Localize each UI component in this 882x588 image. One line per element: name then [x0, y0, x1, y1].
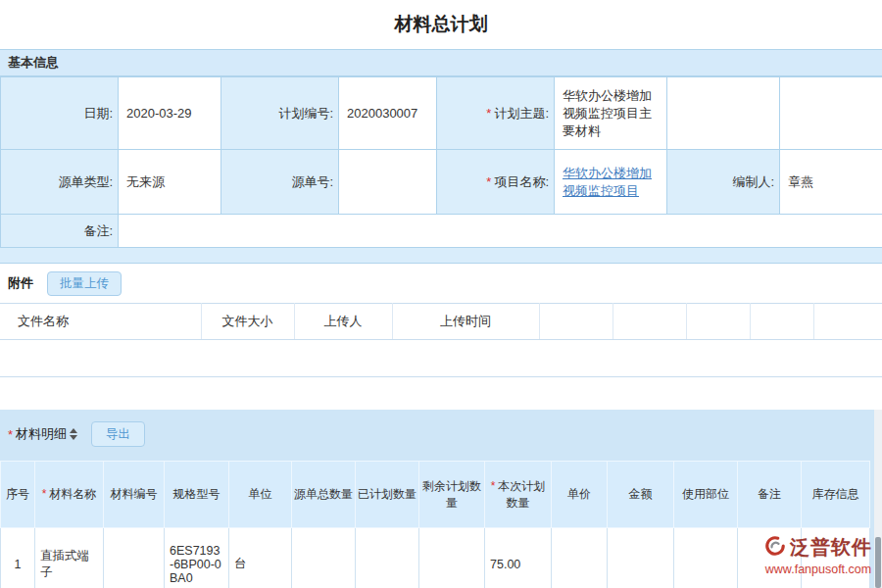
mat-col-header-9: 单价	[552, 462, 608, 528]
mat-row: 1直插式端子6ES7193-6BP00-0BA0台75.00	[1, 528, 870, 588]
file-col-empty	[539, 304, 612, 340]
mat-cell	[356, 528, 419, 588]
empty-cell	[780, 77, 882, 150]
date-value: 2020-03-29	[119, 77, 221, 150]
file-empty-cell	[0, 340, 882, 377]
spacer	[0, 377, 882, 410]
mat-cell	[292, 528, 356, 588]
file-col-name: 文件名称	[0, 304, 201, 340]
required-mark: *	[42, 487, 47, 501]
mat-col-header-8: *本次计划数量	[485, 462, 552, 528]
attachments-table: 文件名称 文件大小 上传人 上传时间	[0, 303, 882, 377]
attachments-title: 附件	[8, 274, 33, 292]
basic-info-table: 日期: 2020-03-29 计划编号: 2020030007 *计划主题: 华…	[0, 76, 882, 248]
required-mark: *	[491, 479, 496, 493]
page: 材料总计划 基本信息 日期: 2020-03-29 计划编号: 20200300…	[0, 0, 882, 588]
mat-cell: 直插式端子	[35, 528, 104, 588]
mat-col-header-4: 单位	[229, 462, 292, 528]
empty-cell	[667, 77, 780, 150]
mat-cell	[552, 528, 608, 588]
preparer-value: 章燕	[780, 150, 882, 215]
file-col-uploader: 上传人	[294, 304, 392, 340]
page-title: 材料总计划	[395, 12, 488, 37]
watermark-url: www.fanpusoft.com	[764, 563, 872, 576]
plan-subject-label-text: 计划主题:	[494, 106, 549, 121]
sort-icon[interactable]	[70, 428, 77, 440]
scrollbar[interactable]	[874, 410, 882, 588]
plan-subject-value: 华软办公楼增加视频监控项目主要材料	[555, 77, 667, 150]
remark-label: 备注:	[1, 215, 119, 248]
export-button[interactable]: 导出	[91, 421, 145, 447]
plan-no-label: 计划编号:	[221, 77, 339, 150]
required-mark: *	[486, 106, 491, 121]
source-no-value	[339, 150, 437, 215]
mat-cell: 1	[1, 528, 35, 588]
source-type-label: 源单类型:	[1, 150, 119, 215]
mat-col-header-3: 规格型号	[165, 462, 229, 528]
required-mark: *	[486, 174, 491, 189]
file-col-empty	[813, 304, 882, 340]
mat-cell	[674, 528, 738, 588]
mat-col-header-11: 使用部位	[674, 462, 738, 528]
material-detail-table: 序号*材料名称材料编号规格型号单位源单总数量已计划数量剩余计划数量*本次计划数量…	[0, 461, 870, 588]
basic-info-section-bar: 基本信息	[0, 49, 882, 76]
plan-no-value: 2020030007	[339, 77, 437, 150]
source-no-label: 源单号:	[221, 150, 339, 215]
mat-col-header-5: 源单总数量	[292, 462, 356, 528]
mat-cell	[608, 528, 674, 588]
date-label: 日期:	[1, 77, 119, 150]
project-name-link[interactable]: 华软办公楼增加视频监控项目	[563, 166, 652, 198]
batch-upload-button[interactable]: 批量上传	[47, 271, 122, 296]
file-empty-row	[0, 340, 882, 377]
mat-col-header-7: 剩余计划数量	[419, 462, 485, 528]
watermark-brand: 泛普软件	[790, 534, 872, 561]
mat-cell	[104, 528, 165, 588]
mat-col-header-13: 库存信息	[802, 462, 870, 528]
scrollbar-thumb[interactable]	[875, 537, 881, 588]
material-detail-section: * 材料明细 导出 序号*材料名称材料编号规格型号单位源单总数量已计划数量剩余计…	[0, 410, 882, 588]
mat-col-header-10: 金额	[608, 462, 674, 528]
mat-col-header-6: 已计划数量	[356, 462, 419, 528]
file-col-time: 上传时间	[392, 304, 539, 340]
project-name-label: *项目名称:	[437, 150, 555, 215]
file-col-empty	[750, 304, 813, 340]
required-mark: *	[8, 427, 13, 442]
mat-header-row: 序号*材料名称材料编号规格型号单位源单总数量已计划数量剩余计划数量*本次计划数量…	[1, 462, 870, 528]
file-col-size: 文件大小	[201, 304, 294, 340]
mat-cell: 台	[229, 528, 292, 588]
fanpu-logo-icon	[764, 535, 786, 561]
project-name-cell: 华软办公楼增加视频监控项目	[555, 150, 667, 215]
attachments-section-bar: 附件 批量上传	[0, 264, 882, 303]
file-col-empty	[686, 304, 750, 340]
preparer-label: 编制人:	[667, 150, 780, 215]
form-footer-strip	[0, 248, 882, 264]
mat-col-header-0: 序号	[1, 462, 35, 528]
project-name-label-text: 项目名称:	[494, 174, 549, 189]
watermark: 泛普软件 www.fanpusoft.com	[764, 534, 872, 576]
file-col-empty	[612, 304, 686, 340]
title-bar: 材料总计划	[0, 0, 882, 49]
basic-info-title: 基本信息	[8, 54, 59, 72]
mat-col-header-1: *材料名称	[35, 462, 104, 528]
remark-value	[119, 215, 882, 248]
mat-cell	[419, 528, 485, 588]
plan-subject-label: *计划主题:	[437, 77, 555, 150]
material-detail-header: * 材料明细 导出	[0, 410, 882, 459]
file-header-row: 文件名称 文件大小 上传人 上传时间	[0, 304, 882, 340]
mat-col-header-2: 材料编号	[104, 462, 165, 528]
mat-cell: 6ES7193-6BP00-0BA0	[165, 528, 229, 588]
mat-cell: 75.00	[485, 528, 552, 588]
mat-col-header-12: 备注	[738, 462, 802, 528]
source-type-value: 无来源	[119, 150, 221, 215]
material-detail-title: 材料明细	[16, 425, 67, 443]
